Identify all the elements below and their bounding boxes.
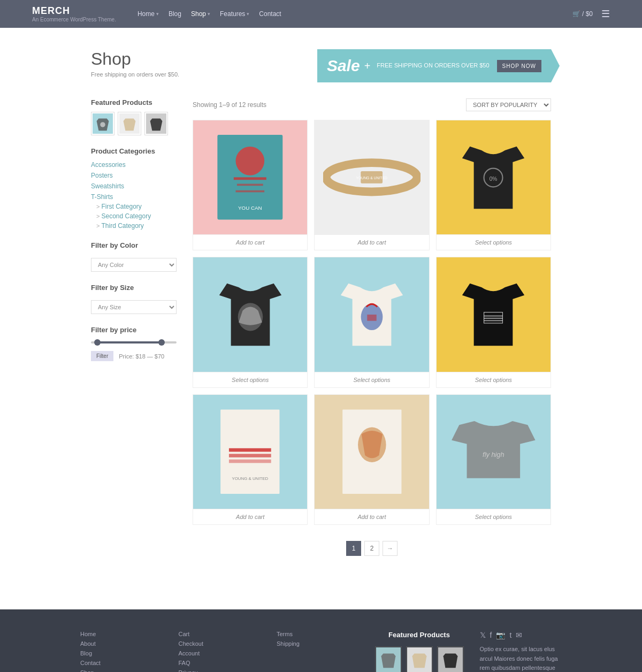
sort-select[interactable]: SORT BY POPULARITY Sort by price: low to… xyxy=(466,98,551,111)
footer-link-shipping[interactable]: Shipping xyxy=(277,640,359,647)
footer-product-3 xyxy=(438,647,463,672)
featured-thumb-2[interactable] xyxy=(118,112,141,135)
featured-thumb-1[interactable] xyxy=(91,112,114,135)
size-select[interactable]: Any Size Small Medium Large XL xyxy=(91,300,177,314)
instagram-icon[interactable]: 📷 xyxy=(496,631,505,639)
nav-shop[interactable]: Shop ▾ xyxy=(191,10,210,18)
list-item: First Category xyxy=(96,203,177,210)
category-accessories[interactable]: Accessories xyxy=(91,161,126,169)
category-sweatshirts[interactable]: Sweatshirts xyxy=(91,182,124,190)
footer-link-privacy[interactable]: Privacy xyxy=(179,669,261,672)
product-action-5[interactable]: Select options xyxy=(315,372,429,387)
filter-size-title: Filter by Size xyxy=(91,284,177,292)
page-2-button[interactable]: 2 xyxy=(364,541,379,556)
price-filter-row: Filter Price: $18 — $70 xyxy=(91,351,177,361)
products-area: Showing 1–9 of 12 results SORT BY POPULA… xyxy=(193,98,551,556)
footer-thumb-3[interactable] xyxy=(437,646,464,672)
product-action-3[interactable]: Select options xyxy=(437,234,551,250)
product-action-7[interactable]: Add to cart xyxy=(193,509,307,524)
subcategory-first[interactable]: First Category xyxy=(101,203,141,210)
featured-product-image-1 xyxy=(93,113,113,134)
category-list: Accessories Posters Sweatshirts T-Shirts… xyxy=(91,161,177,230)
footer-link-contact[interactable]: Contact xyxy=(80,660,163,666)
product-image-9: fly high xyxy=(437,395,551,509)
hamburger-icon[interactable]: ☰ xyxy=(601,8,610,20)
cart-icon[interactable]: 🛒 / $0 xyxy=(572,10,593,18)
footer-link-terms[interactable]: Terms xyxy=(277,631,359,637)
color-select[interactable]: Any Color Red Blue Green Black White xyxy=(91,258,177,272)
footer-link-shop[interactable]: Shop xyxy=(80,669,163,672)
footer-product-1 xyxy=(376,647,401,672)
subcategory-list: First Category Second Category Third Cat… xyxy=(91,203,177,230)
shop-now-button[interactable]: SHOP NOW xyxy=(497,60,541,72)
footer-thumb-2[interactable] xyxy=(406,646,433,672)
product-action-8[interactable]: Add to cart xyxy=(315,509,429,524)
product-illustration-7: YOUNG & UNITED xyxy=(213,406,287,498)
subcategory-second[interactable]: Second Category xyxy=(101,212,151,220)
price-slider-wrap: Filter Price: $18 — $70 xyxy=(91,341,177,361)
footer-featured-col: Featured Products xyxy=(375,631,464,672)
product-action-4[interactable]: Select options xyxy=(193,372,307,387)
footer-link-checkout[interactable]: Checkout xyxy=(179,640,261,647)
footer-link-faq[interactable]: FAQ xyxy=(179,660,261,666)
page-wrapper: Shop Free shipping on orders over $50. S… xyxy=(80,28,562,577)
product-card: YOUNG & UNITED Add to cart xyxy=(314,120,429,250)
twitter-icon[interactable]: 𝕏 xyxy=(480,631,486,639)
cart-label: / $0 xyxy=(582,10,593,18)
featured-thumbnails xyxy=(91,112,177,135)
svg-rect-6 xyxy=(234,178,266,180)
results-count: Showing 1–9 of 12 results xyxy=(193,101,266,109)
product-card: Add to cart xyxy=(314,394,429,525)
category-tshirts[interactable]: T-Shirts xyxy=(91,193,113,201)
product-illustration-1: YOU CAN xyxy=(204,132,296,223)
product-action-2[interactable]: Add to cart xyxy=(315,234,429,250)
product-action-1[interactable]: Add to cart xyxy=(193,234,307,250)
shop-header: Shop Free shipping on orders over $50. S… xyxy=(91,49,551,82)
main-layout: Featured Products xyxy=(91,98,551,556)
product-illustration-9: fly high xyxy=(448,409,539,494)
chevron-down-icon: ▾ xyxy=(247,11,249,17)
shop-title-area: Shop Free shipping on orders over $50. xyxy=(91,49,179,78)
product-card: Select options xyxy=(436,257,551,387)
subcategory-third[interactable]: Third Category xyxy=(101,222,143,230)
page-1-button[interactable]: 1 xyxy=(346,541,361,556)
sidebar-filter-price: Filter by price Filter Price: $18 — $70 xyxy=(91,326,177,361)
product-image-1: YOU CAN xyxy=(193,120,307,234)
footer-col-3: Terms Shipping xyxy=(277,631,359,650)
svg-rect-20 xyxy=(484,318,503,319)
product-image-8 xyxy=(315,395,429,509)
footer-featured-thumbs xyxy=(375,646,464,672)
nav-blog[interactable]: Blog xyxy=(169,10,181,18)
footer-link-account[interactable]: Account xyxy=(179,650,261,656)
list-item: Sweatshirts xyxy=(91,182,177,190)
svg-rect-19 xyxy=(484,315,503,316)
featured-thumb-3[interactable] xyxy=(144,112,168,135)
svg-text:YOUNG & UNITED: YOUNG & UNITED xyxy=(356,176,388,180)
nav-home[interactable]: Home ▾ xyxy=(137,10,159,18)
product-action-9[interactable]: Select options xyxy=(437,509,551,524)
footer-link-about[interactable]: About xyxy=(80,640,163,647)
next-page-button[interactable]: → xyxy=(383,541,398,556)
footer-featured-title: Featured Products xyxy=(375,631,464,639)
product-action-6[interactable]: Select options xyxy=(437,372,551,387)
featured-product-image-3 xyxy=(146,113,166,134)
facebook-icon[interactable]: f xyxy=(490,631,492,639)
chevron-down-icon: ▾ xyxy=(208,11,210,17)
footer-content: Home About Blog Contact Shop Cart Checko… xyxy=(80,631,562,672)
nav-features[interactable]: Features ▾ xyxy=(220,10,249,18)
price-handle-max[interactable] xyxy=(158,339,165,346)
footer-link-home[interactable]: Home xyxy=(80,631,163,637)
product-card: Select options xyxy=(193,257,308,387)
svg-text:0%: 0% xyxy=(490,175,498,181)
email-icon[interactable]: ✉ xyxy=(516,631,522,639)
nav-contact[interactable]: Contact xyxy=(259,10,281,18)
price-filter-button[interactable]: Filter xyxy=(91,351,113,361)
category-posters[interactable]: Posters xyxy=(91,172,113,179)
footer-link-blog[interactable]: Blog xyxy=(80,650,163,656)
price-handle-min[interactable] xyxy=(94,339,101,346)
tumblr-icon[interactable]: t xyxy=(509,631,511,639)
site-header: MERCH An Ecommerce WordPress Theme. Home… xyxy=(0,0,642,28)
product-card: 0% Select options xyxy=(436,120,551,250)
footer-thumb-1[interactable] xyxy=(375,646,402,672)
footer-link-cart[interactable]: Cart xyxy=(179,631,261,637)
